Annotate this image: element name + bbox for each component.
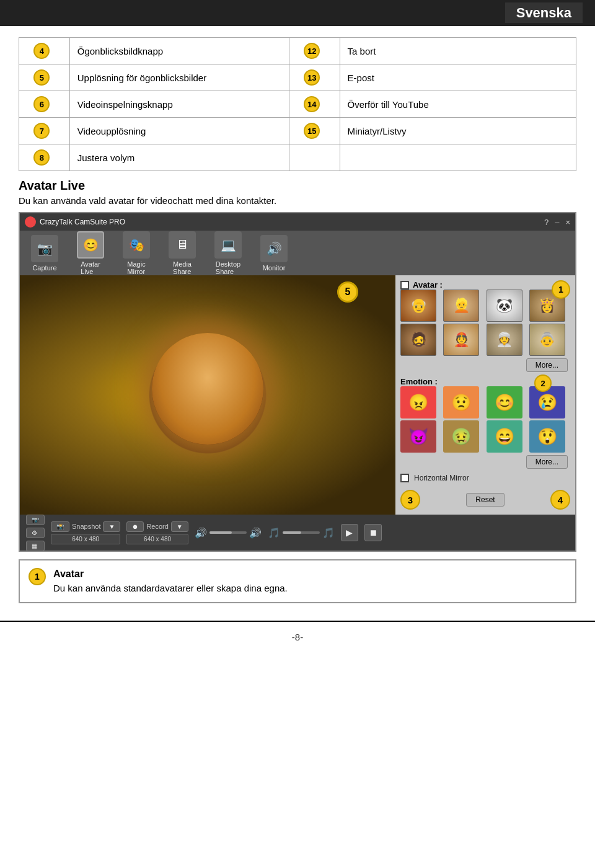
label-miniatyr: Miniatyr/Listvy [340, 118, 576, 144]
mic-slider[interactable] [283, 531, 320, 534]
avatar-cell-8[interactable]: 👵 [529, 324, 565, 356]
snapshot-dropdown[interactable]: ▼ [103, 521, 120, 532]
reset-button[interactable]: Reset [466, 493, 504, 507]
toolbar-avatar-live-label: AvatarLive [81, 260, 100, 275]
badge-13: 13 [304, 69, 320, 86]
emotion-cell-3[interactable]: 😊 [487, 386, 522, 418]
toolbar-media-share-label: MediaShare [173, 260, 192, 275]
play-button[interactable]: ▶ [341, 524, 358, 541]
avatar-cell-2[interactable]: 👱 [443, 290, 479, 322]
camera-btn[interactable]: 📷 [26, 515, 45, 525]
avatar-section-label: Avatar : [400, 280, 570, 290]
toolbar-capture[interactable]: 📷 Capture [26, 235, 63, 272]
header-title: Svenska [505, 2, 583, 23]
media-share-icon: 🖥 [169, 231, 196, 259]
avatar-live-title: Avatar Live [19, 179, 576, 193]
emotion-cell-6[interactable]: 🤢 [443, 420, 479, 453]
avatar-section: Avatar : 👴 👱 🐼 👸 🧔 👲 👳 👵 More... [400, 280, 570, 372]
badge-number-2: 2 [534, 374, 552, 392]
app-title: CrazyTalk CamSuite PRO [40, 218, 125, 226]
magic-mirror-icon: 🎭 [123, 231, 150, 259]
info-box-text: Avatar Du kan använda standardavatarer e… [53, 567, 288, 596]
emotion-more-button[interactable]: More... [526, 455, 568, 469]
toolbar-media-share[interactable]: 🖥 MediaShare [164, 231, 201, 275]
avatar-label-text: Avatar : [413, 280, 443, 290]
emotion-label-text: Emotion : [400, 377, 438, 386]
badge-number-5: 5 [337, 281, 358, 303]
info-box: 1 Avatar Du kan använda standardavatarer… [19, 559, 576, 603]
header-bar: Svenska [0, 0, 595, 26]
table-row: 7 Videoupplösning 15 Miniatyr/Listvy [19, 118, 576, 144]
label-upplosning: Upplösning för ögonblicksbilder [69, 64, 289, 91]
avatar-cell-7[interactable]: 👳 [487, 324, 522, 356]
emotion-cell-7[interactable]: 😄 [487, 420, 522, 453]
mic-control: 🎵 🎵 [268, 527, 335, 539]
emotion-cell-4[interactable]: 😢 [529, 386, 565, 418]
app-toolbar: 📷 Capture 😊 AvatarLive 🎭 MagicMirror 🖥 M… [20, 231, 575, 275]
toolbar-avatar-live[interactable]: 😊 AvatarLive [72, 231, 109, 275]
emotion-cell-5[interactable]: 😈 [400, 420, 436, 453]
app-screenshot: CrazyTalk CamSuite PRO ? – × 📷 Capture 😊… [19, 212, 576, 552]
avatar-cell-6[interactable]: 👲 [443, 324, 479, 356]
page-number: -8- [0, 626, 595, 655]
snapshot-resolution: 640 x 480 [51, 534, 120, 544]
app-titlebar-right: ? – × [544, 218, 570, 227]
label-epost: E-post [340, 64, 576, 91]
right-panel: 1 Avatar : 👴 👱 🐼 👸 🧔 👲 👳 [395, 275, 575, 515]
mic-icon: 🎵 [268, 527, 280, 539]
label-ogonblicksbildknapp: Ögonblicksbildknapp [69, 38, 289, 64]
badge-4: 4 [33, 43, 50, 59]
record-resolution: 640 x 480 [126, 534, 188, 544]
volume-fill [209, 531, 232, 534]
label-ta-bort: Ta bort [340, 38, 576, 64]
emotion-cell-8[interactable]: 😲 [529, 420, 565, 453]
video-preview [20, 275, 395, 515]
volume-slider[interactable] [209, 531, 247, 534]
video-panel: 5 [20, 275, 395, 515]
mic-fill [283, 531, 301, 534]
emotion-section: Emotion : 2 😠 😟 😊 😢 😈 🤢 😄 😲 Mo [400, 377, 570, 469]
toolbar-magic-mirror[interactable]: 🎭 MagicMirror [118, 231, 155, 275]
grid-btn[interactable]: ▦ [26, 541, 45, 551]
app-main: 5 1 Avatar : 👴 👱 🐼 👸 🧔 [20, 275, 575, 515]
horizontal-mirror-checkbox[interactable] [400, 474, 409, 482]
record-dropdown[interactable]: ▼ [171, 521, 188, 532]
toolbar-desktop-share-label: DesktopShare [216, 260, 240, 275]
volume-control: 🔊 🔊 [195, 527, 262, 539]
emotion-cell-2[interactable]: 😟 [443, 386, 479, 418]
snapshot-button[interactable]: 📸 [51, 521, 69, 532]
avatar-cell-3[interactable]: 🐼 [487, 290, 522, 322]
emotion-cell-1[interactable]: 😠 [400, 386, 436, 418]
badge-6: 6 [33, 96, 50, 112]
mic-icon-2: 🎵 [322, 527, 335, 539]
badge-7: 7 [33, 123, 50, 139]
toolbar-capture-label: Capture [32, 264, 56, 272]
toolbar-monitor-label: Monitor [263, 264, 286, 272]
snapshot-label: Snapshot [72, 523, 100, 530]
desktop-share-icon: 💻 [214, 231, 242, 259]
badge-12: 12 [304, 43, 320, 59]
main-content: 4 Ögonblicksbildknapp 12 Ta bort 5 Upplö… [0, 26, 595, 617]
table-row: 8 Justera volym [19, 144, 576, 171]
avatar-cell-1[interactable]: 👴 [400, 290, 436, 322]
badge-8: 8 [33, 149, 50, 166]
record-button[interactable]: ⏺ [126, 521, 144, 532]
lion-face [127, 302, 288, 488]
titlebar-minimize[interactable]: – [555, 218, 559, 227]
badge-number-1: 1 [552, 280, 570, 299]
badge-number-3: 3 [400, 490, 420, 510]
avatar-checkbox[interactable] [400, 281, 409, 290]
avatar-more-button[interactable]: More... [526, 358, 568, 372]
titlebar-close[interactable]: × [565, 218, 570, 227]
avatar-cell-5[interactable]: 🧔 [400, 324, 436, 356]
record-label: Record [146, 523, 168, 530]
toolbar-desktop-share[interactable]: 💻 DesktopShare [209, 231, 247, 275]
label-volym: Justera volym [69, 144, 289, 171]
badge-15: 15 [304, 123, 320, 139]
stop-button[interactable]: ⏹ [364, 524, 382, 541]
settings-btn[interactable]: ⚙ [26, 528, 45, 538]
horizontal-mirror-label: Horizontal Mirror [414, 474, 469, 482]
toolbar-monitor[interactable]: 🔊 Monitor [255, 235, 293, 272]
titlebar-help[interactable]: ? [544, 218, 549, 227]
volume-icon-2: 🔊 [249, 527, 262, 539]
